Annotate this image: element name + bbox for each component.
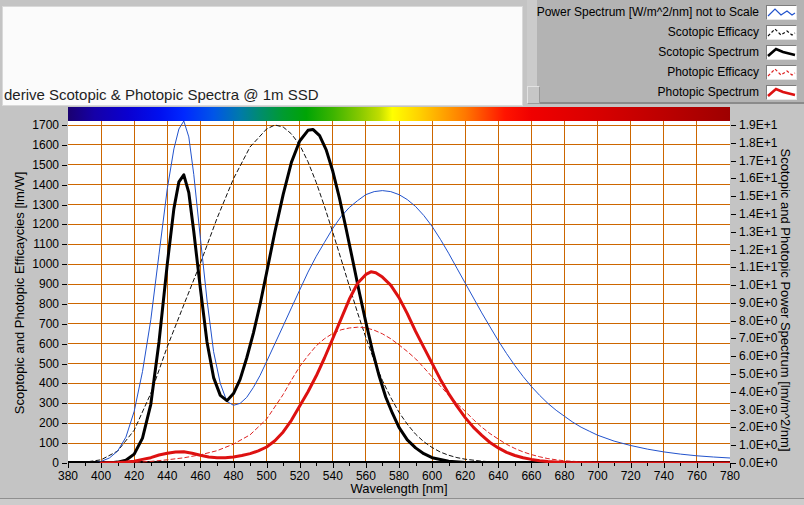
- scotopic-spectrum-line-swatch[interactable]: [766, 45, 797, 60]
- left-tick-label: 1100: [0, 237, 59, 251]
- right-tick: [731, 196, 736, 197]
- x-minor-tick: [382, 463, 383, 466]
- x-tick: [432, 463, 433, 468]
- x-minor-tick: [217, 463, 218, 466]
- left-tick-label: 400: [0, 376, 59, 390]
- left-tick-label: 900: [0, 277, 59, 291]
- left-tick: [62, 383, 67, 384]
- x-tick-label: 400: [91, 469, 111, 483]
- x-minor-tick: [713, 463, 714, 466]
- right-tick-label: 9.0E+0: [739, 296, 777, 310]
- x-tick: [101, 463, 102, 468]
- right-tick-label: 0.0E+0: [739, 456, 777, 470]
- x-tick: [234, 463, 235, 468]
- scrollbar-corner: [527, 86, 540, 104]
- right-tick-label: 1.4E+1: [739, 207, 777, 221]
- left-tick-label: 1600: [0, 138, 59, 152]
- x-minor-tick: [515, 463, 516, 466]
- left-tick: [62, 145, 67, 146]
- photopic-spectrum-line-swatch[interactable]: [766, 85, 797, 100]
- x-tick-label: 460: [190, 469, 210, 483]
- x-tick: [267, 463, 268, 468]
- x-tick: [399, 463, 400, 468]
- x-minor-tick: [184, 463, 185, 466]
- x-minor-tick: [118, 463, 119, 466]
- x-tick: [531, 463, 532, 468]
- x-minor-tick: [647, 463, 648, 466]
- right-tick: [731, 445, 736, 446]
- legend-item-photopic-efficacy[interactable]: Photopic Efficacy: [537, 62, 804, 82]
- x-minor-tick: [416, 463, 417, 466]
- photopic-efficacy-line-swatch[interactable]: [766, 65, 797, 80]
- right-tick-label: 6.0E+0: [739, 349, 777, 363]
- right-tick: [731, 303, 736, 304]
- x-tick-label: 680: [554, 469, 574, 483]
- left-tick-label: 100: [0, 436, 59, 450]
- left-tick: [62, 364, 67, 365]
- legend-label: Scotopic Spectrum: [658, 45, 759, 59]
- x-tick: [498, 463, 499, 468]
- scotopic-efficacy-line-swatch[interactable]: [766, 25, 797, 40]
- legend-item-photopic-spectrum[interactable]: Photopic Spectrum: [537, 82, 804, 102]
- left-tick: [62, 185, 67, 186]
- left-tick: [62, 205, 67, 206]
- right-tick-label: 1.6E+1: [739, 171, 777, 185]
- x-tick-label: 720: [621, 469, 641, 483]
- x-tick-label: 760: [687, 469, 707, 483]
- x-tick: [465, 463, 466, 468]
- legend-item-scotopic-efficacy[interactable]: Scotopic Efficacy: [537, 22, 804, 42]
- power-spectrum-line-swatch[interactable]: [766, 5, 797, 20]
- spectrum-colorbar: [68, 107, 730, 121]
- left-tick-label: 600: [0, 337, 59, 351]
- left-tick: [62, 264, 67, 265]
- x-tick-label: 540: [323, 469, 343, 483]
- panel-bottom-edge: [0, 498, 804, 505]
- left-tick-label: 700: [0, 317, 59, 331]
- left-tick: [62, 125, 67, 126]
- right-tick-label: 5.0E+0: [739, 367, 777, 381]
- right-tick: [731, 214, 736, 215]
- x-minor-tick: [680, 463, 681, 466]
- right-tick-label: 4.0E+0: [739, 385, 777, 399]
- left-tick: [62, 284, 67, 285]
- x-tick-label: 620: [455, 469, 475, 483]
- left-tick-label: 1700: [0, 118, 59, 132]
- x-minor-tick: [581, 463, 582, 466]
- x-tick: [366, 463, 367, 468]
- x-tick-label: 380: [58, 469, 78, 483]
- x-tick: [664, 463, 665, 468]
- x-minor-tick: [349, 463, 350, 466]
- legend-item-scotopic-spectrum[interactable]: Scotopic Spectrum: [537, 42, 804, 62]
- left-axis-title: Scoptopic and Photopic Efficaycies [lm/W…: [12, 172, 27, 415]
- x-tick: [134, 463, 135, 468]
- x-tick-label: 440: [157, 469, 177, 483]
- left-tick: [62, 324, 67, 325]
- left-tick: [62, 463, 67, 464]
- right-tick-label: 1.8E+1: [739, 136, 777, 150]
- left-tick-label: 0: [0, 456, 59, 470]
- left-tick: [62, 344, 67, 345]
- left-tick-label: 1500: [0, 158, 59, 172]
- right-tick: [731, 161, 736, 162]
- legend-label: Scotopic Efficacy: [668, 25, 759, 39]
- right-tick: [731, 356, 736, 357]
- plot-area[interactable]: [68, 121, 730, 463]
- right-tick-label: 7.0E+0: [739, 331, 777, 345]
- right-tick-label: 1.3E+1: [739, 225, 777, 239]
- x-tick: [631, 463, 632, 468]
- right-tick-label: 3.0E+0: [739, 403, 777, 417]
- legend-label: Photopic Spectrum: [658, 85, 759, 99]
- legend-item-power-spectrum[interactable]: Power Spectrum [W/m^2/nm] not to Scale: [537, 2, 804, 22]
- x-tick: [598, 463, 599, 468]
- x-tick-label: 660: [521, 469, 541, 483]
- right-tick: [731, 143, 736, 144]
- right-tick: [731, 374, 736, 375]
- left-tick-label: 200: [0, 416, 59, 430]
- right-tick-label: 1.2E+1: [739, 243, 777, 257]
- x-tick: [68, 463, 69, 468]
- right-tick-label: 1.7E+1: [739, 154, 777, 168]
- left-tick: [62, 443, 67, 444]
- x-tick-label: 600: [422, 469, 442, 483]
- right-tick-label: 1.5E+1: [739, 189, 777, 203]
- x-tick: [697, 463, 698, 468]
